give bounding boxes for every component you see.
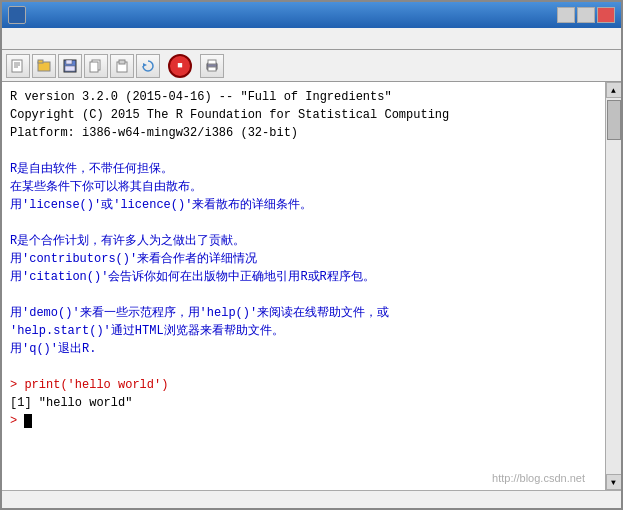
console-line: 用'q()'退出R. — [10, 340, 597, 358]
main-area: R version 3.2.0 (2015-04-16) -- "Full of… — [2, 82, 621, 490]
refresh-button[interactable] — [136, 54, 160, 78]
stop-icon: ■ — [177, 61, 182, 71]
svg-rect-10 — [90, 62, 98, 72]
new-script-button[interactable] — [6, 54, 30, 78]
scroll-down-arrow[interactable]: ▼ — [606, 474, 622, 490]
title-bar — [2, 2, 621, 28]
open-icon — [37, 59, 51, 73]
console-line: 用'citation()'会告诉你如何在出版物中正确地引用R或R程序包。 — [10, 268, 597, 286]
scroll-track[interactable] — [606, 98, 621, 474]
console-line: 在某些条件下你可以将其自由散布。 — [10, 178, 597, 196]
svg-rect-8 — [65, 66, 75, 71]
console-line: 用'demo()'来看一些示范程序，用'help()'来阅读在线帮助文件，或 — [10, 304, 597, 322]
scroll-thumb[interactable] — [607, 100, 621, 140]
console-line: R是自由软件，不带任何担保。 — [10, 160, 597, 178]
console-line: Copyright (C) 2015 The R Foundation for … — [10, 106, 597, 124]
copy-icon — [89, 59, 103, 73]
paste-icon — [115, 59, 129, 73]
scroll-up-arrow[interactable]: ▲ — [606, 82, 622, 98]
console-line: [1] "hello world" — [10, 394, 597, 412]
minimize-button[interactable] — [557, 7, 575, 23]
menu-file[interactable] — [6, 37, 18, 41]
status-bar — [2, 490, 621, 508]
menu-help[interactable] — [90, 37, 102, 41]
console-line: R version 3.2.0 (2015-04-16) -- "Full of… — [10, 88, 597, 106]
vertical-scrollbar[interactable]: ▲ ▼ — [605, 82, 621, 490]
close-button[interactable] — [597, 7, 615, 23]
refresh-icon — [141, 59, 155, 73]
svg-rect-12 — [119, 60, 125, 64]
menu-misc[interactable] — [48, 37, 60, 41]
save-button[interactable] — [58, 54, 82, 78]
console-line: Platform: i386-w64-mingw32/i386 (32-bit) — [10, 124, 597, 142]
svg-rect-16 — [208, 67, 216, 71]
toolbar: ■ — [2, 50, 621, 82]
svg-marker-13 — [143, 63, 147, 67]
svg-rect-0 — [12, 60, 22, 72]
print-button[interactable] — [200, 54, 224, 78]
menu-packages[interactable] — [62, 37, 74, 41]
r-logo-icon — [8, 6, 26, 24]
copy-button[interactable] — [84, 54, 108, 78]
console-line: 'help.start()'通过HTML浏览器来看帮助文件。 — [10, 322, 597, 340]
maximize-button[interactable] — [577, 7, 595, 23]
main-window: ■ R version 3.2.0 (2015-04-16) -- "Full … — [0, 0, 623, 510]
console-line — [10, 286, 597, 304]
cursor — [24, 414, 32, 428]
svg-rect-5 — [38, 60, 43, 63]
save-icon — [63, 59, 77, 73]
open-button[interactable] — [32, 54, 56, 78]
paste-button[interactable] — [110, 54, 134, 78]
title-bar-left — [8, 6, 32, 24]
console-line: 用'license()'或'licence()'来看散布的详细条件。 — [10, 196, 597, 214]
watermark: http://blog.csdn.net — [492, 472, 585, 484]
svg-rect-7 — [66, 60, 72, 64]
console-line — [10, 214, 597, 232]
menu-window[interactable] — [76, 37, 88, 41]
console-line: > — [10, 412, 597, 430]
svg-rect-15 — [208, 60, 216, 64]
menu-view[interactable] — [34, 37, 46, 41]
menu-bar — [2, 28, 621, 50]
window-controls — [557, 7, 615, 23]
console-line — [10, 142, 597, 160]
print-icon — [205, 59, 219, 73]
new-script-icon — [11, 59, 25, 73]
console-line: R是个合作计划，有许多人为之做出了贡献。 — [10, 232, 597, 250]
stop-button[interactable]: ■ — [168, 54, 192, 78]
console-line: > print('hello world') — [10, 376, 597, 394]
console-line: 用'contributors()'来看合作者的详细情况 — [10, 250, 597, 268]
menu-edit[interactable] — [20, 37, 32, 41]
console-line — [10, 358, 597, 376]
r-console[interactable]: R version 3.2.0 (2015-04-16) -- "Full of… — [2, 82, 605, 490]
